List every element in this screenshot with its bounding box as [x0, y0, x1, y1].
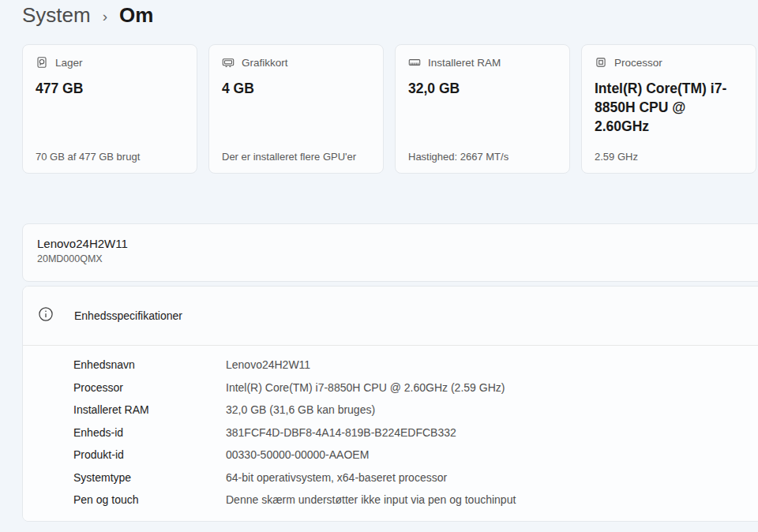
spec-row-device-name: Enhedsnavn Lenovo24H2W11	[73, 354, 758, 377]
card-footer: Der er installeret flere GPU'er	[222, 151, 370, 163]
spec-row-processor: Processor Intel(R) Core(TM) i7-8850H CPU…	[73, 377, 758, 399]
spec-label: Pen og touch	[73, 493, 226, 506]
spec-row-pen-touch: Pen og touch Denne skærm understøtter ik…	[73, 489, 758, 511]
spec-value: Intel(R) Core(TM) i7-8850H CPU @ 2.60GHz…	[226, 381, 505, 394]
quick-card-graphics: Grafikkort 4 GB Der er installeret flere…	[208, 44, 384, 174]
breadcrumb: System › Om	[22, 0, 758, 29]
chevron-right-icon: ›	[103, 6, 107, 25]
spec-value: Denne skærm understøtter ikke input via …	[226, 493, 516, 506]
device-model: 20MD000QMX	[37, 253, 756, 264]
device-specs-expander: Enhedsspecifikationer Enhedsnavn Lenovo2…	[22, 286, 758, 522]
spec-row-device-id: Enheds-id 381FCF4D-DBF8-4A14-819B-B224ED…	[73, 421, 758, 444]
storage-icon	[36, 56, 48, 69]
card-footer: 2.59 GHz	[595, 151, 743, 163]
quick-cards-row: Lager 477 GB 70 GB af 477 GB brugt Grafi…	[22, 44, 758, 174]
info-icon	[38, 306, 54, 325]
quick-card-storage: Lager 477 GB 70 GB af 477 GB brugt	[22, 44, 197, 174]
spec-value: 64-bit operativsystem, x64-baseret proce…	[226, 471, 447, 484]
spec-label: Enheds-id	[73, 426, 226, 439]
card-value: 4 GB	[222, 79, 370, 98]
spec-label: Produkt-id	[73, 448, 226, 461]
spec-row-ram: Installeret RAM 32,0 GB (31,6 GB kan bru…	[73, 399, 758, 421]
card-label: Processor	[614, 57, 662, 69]
device-specs-body: Enhedsnavn Lenovo24H2W11 Processor Intel…	[23, 346, 758, 521]
spec-value: 32,0 GB (31,6 GB kan bruges)	[226, 403, 375, 416]
spec-label: Systemtype	[73, 471, 226, 484]
device-name: Lenovo24H2W11	[37, 236, 756, 252]
settings-about-page: System › Om Lager 477 GB 70 GB af 477 GB…	[0, 0, 758, 532]
spec-value: 00330-50000-00000-AAOEM	[226, 448, 369, 461]
ram-icon	[408, 56, 421, 69]
spec-label: Processor	[73, 381, 226, 394]
device-specs-title: Enhedsspecifikationer	[74, 309, 182, 322]
card-label: Grafikkort	[242, 57, 288, 69]
card-value: 32,0 GB	[408, 79, 557, 98]
card-footer: 70 GB af 477 GB brugt	[36, 151, 184, 163]
card-value: Intel(R) Core(TM) i7-8850H CPU @ 2.60GHz	[595, 79, 743, 136]
breadcrumb-item-system[interactable]: System	[22, 3, 91, 28]
card-label: Lager	[55, 57, 83, 69]
spec-label: Enhedsnavn	[73, 358, 226, 371]
quick-card-ram: Installeret RAM 32,0 GB Hastighed: 2667 …	[395, 44, 570, 174]
device-specs-header[interactable]: Enhedsspecifikationer	[23, 287, 758, 345]
spec-value: 381FCF4D-DBF8-4A14-819B-B224EDFCB332	[226, 426, 456, 439]
card-label: Installeret RAM	[428, 57, 501, 69]
quick-card-processor: Processor Intel(R) Core(TM) i7-8850H CPU…	[581, 44, 756, 174]
cpu-icon	[595, 56, 607, 69]
page-title: Om	[119, 3, 153, 28]
gpu-icon	[222, 56, 235, 69]
spec-row-system-type: Systemtype 64-bit operativsystem, x64-ba…	[73, 466, 758, 489]
device-name-card: Lenovo24H2W11 20MD000QMX	[22, 223, 758, 282]
spec-label: Installeret RAM	[73, 403, 226, 416]
spec-value: Lenovo24H2W11	[226, 358, 310, 371]
spec-row-product-id: Produkt-id 00330-50000-00000-AAOEM	[73, 444, 758, 466]
card-value: 477 GB	[36, 79, 184, 98]
card-footer: Hastighed: 2667 MT/s	[408, 151, 557, 163]
